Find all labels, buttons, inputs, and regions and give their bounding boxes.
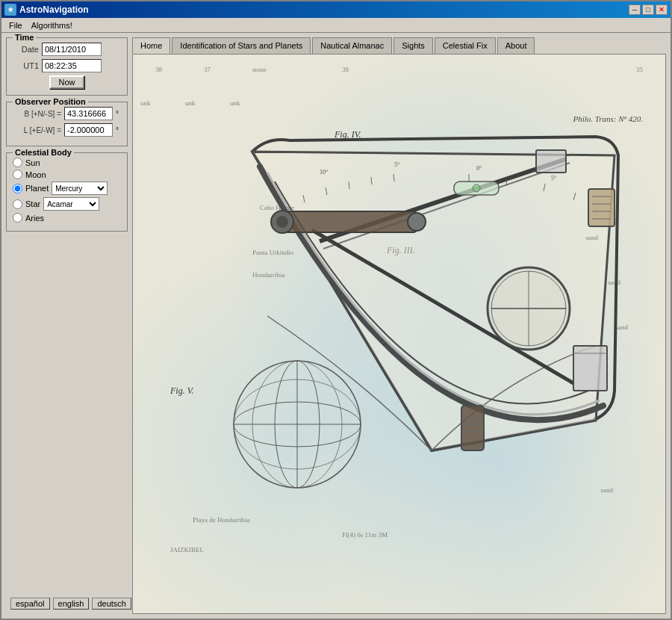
svg-text:5°: 5° <box>394 161 399 168</box>
tab-home[interactable]: Home <box>132 37 170 54</box>
language-bar: español english deutsch <box>6 593 128 614</box>
right-panel: Home Identification of Stars and Planets… <box>132 33 671 619</box>
chart-unk2: unk <box>185 99 196 107</box>
chart-num-35: 35 <box>636 66 643 73</box>
main-window: ★ AstroNavigation ─ □ ✕ File Algorithms!… <box>0 0 672 620</box>
maximize-button[interactable]: □ <box>642 4 654 15</box>
planet-row: Planet Mercury Venus Mars Jupiter Saturn <box>13 182 121 195</box>
aries-radio[interactable] <box>13 213 22 223</box>
window-controls: ─ □ ✕ <box>629 4 668 15</box>
sun-row: Sun <box>13 158 121 167</box>
sextant-svg: 10° 5° 0° 5° <box>208 92 641 525</box>
moon-row: Moon <box>13 170 121 179</box>
chart-num-38: 38 <box>155 66 162 73</box>
svg-rect-3 <box>573 346 607 391</box>
date-row: Date <box>13 43 121 56</box>
observer-group: Observer Position B [+N/-S] = ° L [+E/-W… <box>6 102 128 146</box>
minimize-button[interactable]: ─ <box>629 4 641 15</box>
svg-rect-9 <box>536 150 566 173</box>
spacer <box>6 238 128 587</box>
tab-content-home: 38 37 stone 38 35 unk unk unk Fig. IV. F… <box>132 54 666 614</box>
svg-point-7 <box>408 213 426 231</box>
svg-rect-5 <box>282 211 417 232</box>
celestial-group-label: Celestial Body <box>13 148 74 157</box>
deutsch-button[interactable]: deutsch <box>92 598 131 610</box>
tab-bar: Home Identification of Stars and Planets… <box>132 37 666 54</box>
date-label: Date <box>13 45 39 54</box>
ut1-label: UT1 <box>13 61 39 70</box>
chart-fi: Fl(4) 6s 11m 3M <box>342 531 388 539</box>
aries-row: Aries <box>13 213 121 223</box>
svg-point-8 <box>276 216 288 228</box>
time-group: Time Date UT1 Now <box>6 37 128 96</box>
chart-jaizkibel: JAIZKIBEL <box>170 546 204 554</box>
tab-nautical[interactable]: Nautical Almanac <box>312 37 392 54</box>
svg-text:5°: 5° <box>551 175 556 182</box>
b-row: B [+N/-S] = ° <box>13 107 121 120</box>
ut1-input[interactable] <box>42 59 102 72</box>
l-input[interactable] <box>64 123 113 137</box>
l-label: L [+E/-W] = <box>13 126 61 134</box>
sun-radio[interactable] <box>13 158 22 167</box>
main-content: Time Date UT1 Now Observer Position B [+… <box>1 33 671 619</box>
chart-num-37: 37 <box>204 66 211 73</box>
english-button[interactable]: english <box>53 598 90 610</box>
l-row: L [+E/-W] = ° <box>13 123 121 137</box>
star-row: Star Acamar Achernar Acrux Aldebaran <box>13 197 121 211</box>
chart-sand2: sand <box>609 279 621 286</box>
svg-text:10°: 10° <box>320 169 328 176</box>
title-bar: ★ AstroNavigation ─ □ ✕ <box>1 1 671 18</box>
tab-identification[interactable]: Identification of Stars and Planets <box>172 37 311 54</box>
svg-text:0°: 0° <box>476 165 482 172</box>
moon-label: Moon <box>25 170 46 179</box>
celestial-group: Celestial Body Sun Moon Planet Mercury V… <box>6 152 128 232</box>
sun-label: Sun <box>25 158 40 167</box>
chart-sand3: sand <box>616 323 629 331</box>
moon-radio[interactable] <box>13 170 22 179</box>
fig5-label: Fig. V. <box>170 385 193 397</box>
title-bar-left: ★ AstroNavigation <box>4 4 89 16</box>
chart-sand1: sand <box>586 234 599 241</box>
aries-label: Aries <box>25 214 44 223</box>
svg-rect-31 <box>461 406 484 450</box>
star-label: Star <box>25 199 40 208</box>
tab-about[interactable]: About <box>497 37 535 54</box>
svg-point-30 <box>473 185 480 192</box>
time-group-label: Time <box>13 33 36 42</box>
planet-radio[interactable] <box>13 184 22 193</box>
ut1-row: UT1 <box>13 59 121 72</box>
chart-unk: unk <box>140 99 151 107</box>
left-panel: Time Date UT1 Now Observer Position B [+… <box>1 33 132 619</box>
chart-cabo: Cabo Higuer <box>260 204 294 211</box>
now-button[interactable]: Now <box>49 75 84 89</box>
planet-label: Planet <box>25 184 49 193</box>
chart-num-38-2: 38 <box>342 66 349 73</box>
tab-sights[interactable]: Sights <box>393 37 433 54</box>
chart-playa: Playa de Hondarribia <box>193 516 249 524</box>
chart-stone: stone <box>252 66 267 73</box>
chart-hondarribia: Hondarribia <box>252 271 284 279</box>
illustration-area: 38 37 stone 38 35 unk unk unk Fig. IV. F… <box>133 55 665 613</box>
espanol-button[interactable]: español <box>10 598 50 610</box>
planet-select[interactable]: Mercury Venus Mars Jupiter Saturn <box>52 182 108 195</box>
date-input[interactable] <box>42 43 102 56</box>
l-unit-icon: ° <box>116 126 119 134</box>
app-icon: ★ <box>4 4 16 16</box>
b-unit-icon: ° <box>116 110 119 118</box>
b-label: B [+N/-S] = <box>13 110 61 118</box>
b-input[interactable] <box>64 107 113 120</box>
window-title: AstroNavigation <box>19 4 89 15</box>
menu-file[interactable]: File <box>4 19 27 31</box>
star-select[interactable]: Acamar Achernar Acrux Aldebaran <box>43 197 99 211</box>
chart-punta: Punta Urkindio <box>252 249 293 256</box>
svg-rect-20 <box>588 189 615 226</box>
star-radio[interactable] <box>13 199 22 209</box>
tab-celestial-fix[interactable]: Celestial Fix <box>435 37 496 54</box>
menu-bar: File Algorithms! <box>1 18 671 33</box>
menu-algorithms[interactable]: Algorithms! <box>27 19 77 31</box>
observer-group-label: Observer Position <box>13 97 88 106</box>
chart-sand4: sand <box>601 486 614 494</box>
close-button[interactable]: ✕ <box>656 4 668 15</box>
